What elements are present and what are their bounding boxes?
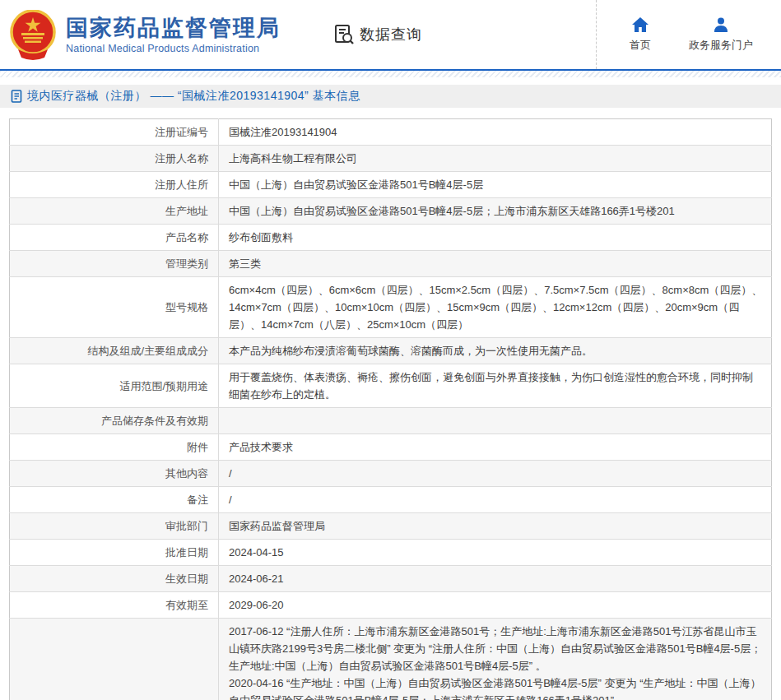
table-row: 注册证编号国械注准20193141904: [10, 119, 772, 146]
breadcrumb: 境内医疗器械（注册） —— “国械注准20193141904” 基本信息: [0, 85, 781, 108]
row-value: 国家药品监督管理局: [219, 513, 772, 540]
info-table-body: 注册证编号国械注准20193141904注册人名称上海高科生物工程有限公司注册人…: [10, 119, 772, 700]
row-value: [219, 408, 772, 434]
row-label: 注册人名称: [10, 146, 219, 172]
table-row: 有效期至2029-06-20: [10, 592, 772, 619]
nav-home[interactable]: 首页: [630, 16, 651, 53]
row-label: 有效期至: [10, 592, 219, 619]
row-value: 2029-06-20: [219, 592, 772, 619]
table-row: 产品名称纱布创面敷料: [10, 225, 772, 251]
row-value: 用于覆盖烧伤、体表溃疡、褥疮、擦伤创面，避免创面与外界直接接触，为伤口创造湿性的…: [219, 364, 772, 408]
row-label: 注册人住所: [10, 172, 219, 198]
row-value: 本产品为纯棉纱布浸渍溶葡萄球菌酶、溶菌酶而成，为一次性使用无菌产品。: [219, 338, 772, 364]
data-query-button[interactable]: 数据查询: [333, 24, 422, 45]
row-value: 2024-04-15: [219, 540, 772, 566]
home-icon: [631, 16, 649, 33]
row-value: /: [219, 461, 772, 487]
table-row: 批准日期2024-04-15: [10, 540, 772, 566]
row-label: 注册证编号: [10, 119, 219, 146]
row-value: 中国（上海）自由贸易试验区金港路501号B幢4层-5层: [219, 172, 772, 198]
row-label: 型号规格: [10, 277, 219, 338]
nav-home-label: 首页: [630, 38, 651, 53]
nav-portal-label: 政务服务门户: [689, 38, 753, 53]
site-title-cn: 国家药品监督管理局: [66, 16, 281, 40]
row-label: 备注: [10, 487, 219, 513]
header-hatch-band: [0, 71, 781, 77]
table-row: 附件产品技术要求: [10, 434, 772, 461]
nav-portal[interactable]: 政务服务门户: [689, 16, 753, 53]
document-icon: [11, 90, 23, 103]
row-label: 批准日期: [10, 540, 219, 566]
row-label: 生效日期: [10, 566, 219, 592]
row-value: 第三类: [219, 251, 772, 277]
table-row: 适用范围/预期用途用于覆盖烧伤、体表溃疡、褥疮、擦伤创面，避免创面与外界直接接触…: [10, 364, 772, 408]
table-row: 其他内容/: [10, 461, 772, 487]
table-row: 结构及组成/主要组成成分本产品为纯棉纱布浸渍溶葡萄球菌酶、溶菌酶而成，为一次性使…: [10, 338, 772, 364]
table-row: 生产地址中国（上海）自由贸易试验区金港路501号B幢4层-5层；上海市浦东新区天…: [10, 198, 772, 225]
row-value: 国械注准20193141904: [219, 119, 772, 146]
nmpa-emblem-icon: [10, 10, 56, 61]
document-search-icon: [333, 24, 355, 45]
row-value: 上海高科生物工程有限公司: [219, 146, 772, 172]
change-record-line: 2020-04-16 “生产地址：中国（上海）自由贸易试验区金港路501号B幢4…: [229, 675, 763, 700]
table-row: 管理类别第三类: [10, 251, 772, 277]
row-value: 中国（上海）自由贸易试验区金港路501号B幢4层-5层；上海市浦东新区天雄路16…: [219, 198, 772, 225]
row-label: 附件: [10, 434, 219, 461]
row-label: 管理类别: [10, 251, 219, 277]
row-label: 适用范围/预期用途: [10, 364, 219, 408]
breadcrumb-text: 境内医疗器械（注册） —— “国械注准20193141904” 基本信息: [27, 89, 360, 104]
site-title-en: National Medical Products Administration: [66, 43, 281, 54]
table-row: 变更情况2017-06-12 “注册人住所：上海市浦东新区金港路501号；生产地…: [10, 619, 772, 700]
row-label: 变更情况: [10, 619, 219, 700]
row-label: 审批部门: [10, 513, 219, 540]
row-label: 产品储存条件及有效期: [10, 408, 219, 434]
row-value: /: [219, 487, 772, 513]
header-nav: 首页 政务服务门户: [596, 0, 781, 69]
row-value: 产品技术要求: [219, 434, 772, 461]
table-row: 注册人名称上海高科生物工程有限公司: [10, 146, 772, 172]
registration-info-table-wrap: 注册证编号国械注准20193141904注册人名称上海高科生物工程有限公司注册人…: [9, 118, 772, 700]
row-label: 结构及组成/主要组成成分: [10, 338, 219, 364]
row-value: 2024-06-21: [219, 566, 772, 592]
table-row: 注册人住所中国（上海）自由贸易试验区金港路501号B幢4层-5层: [10, 172, 772, 198]
row-value: 纱布创面敷料: [219, 225, 772, 251]
row-value: 6cm×4cm（四层）、6cm×6cm（四层）、15cm×2.5cm（四层）、7…: [219, 277, 772, 338]
row-label: 其他内容: [10, 461, 219, 487]
site-title-block: 国家药品监督管理局 National Medical Products Admi…: [66, 16, 281, 54]
user-icon: [713, 16, 729, 33]
registration-info-table: 注册证编号国械注准20193141904注册人名称上海高科生物工程有限公司注册人…: [9, 118, 772, 700]
row-label: 生产地址: [10, 198, 219, 225]
table-row: 审批部门国家药品监督管理局: [10, 513, 772, 540]
change-record-line: 2017-06-12 “注册人住所：上海市浦东新区金港路501号；生产地址:上海…: [229, 623, 763, 675]
table-row: 型号规格6cm×4cm（四层）、6cm×6cm（四层）、15cm×2.5cm（四…: [10, 277, 772, 338]
table-row: 备注/: [10, 487, 772, 513]
row-label: 产品名称: [10, 225, 219, 251]
row-value: 2017-06-12 “注册人住所：上海市浦东新区金港路501号；生产地址:上海…: [219, 619, 772, 700]
data-query-label: 数据查询: [360, 25, 422, 44]
table-row: 生效日期2024-06-21: [10, 566, 772, 592]
page-header: 国家药品监督管理局 National Medical Products Admi…: [0, 0, 781, 71]
table-row: 产品储存条件及有效期: [10, 408, 772, 434]
